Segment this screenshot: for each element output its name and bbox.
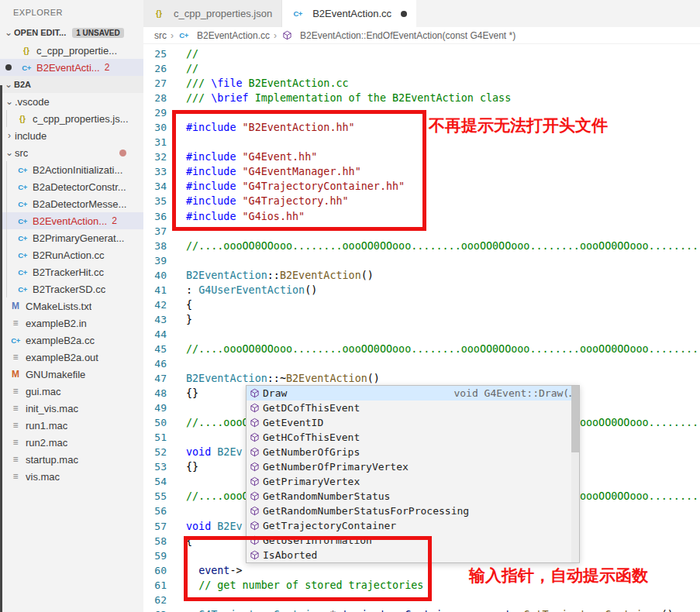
line-number[interactable]: 63 [143, 607, 167, 612]
code-line-25[interactable]: 25// [143, 46, 700, 61]
code-line-46[interactable]: 46 [143, 356, 700, 371]
line-number[interactable]: 58 [143, 534, 167, 548]
code-line-32[interactable]: 32#include "G4Event.hh" [143, 150, 700, 164]
line-number[interactable]: 29 [143, 105, 167, 120]
code-line-39[interactable]: 39 [143, 253, 700, 268]
line-number[interactable]: 46 [143, 356, 167, 371]
code-line-44[interactable]: 44 [143, 327, 700, 342]
line-number[interactable]: 25 [143, 46, 167, 61]
suggest-item-getdcofthisevent[interactable]: GetDCofThisEvent [247, 401, 579, 415]
tree-item-exampleb2a-out[interactable]: ≡exampleB2a.out [0, 349, 143, 366]
line-number[interactable]: 53 [143, 459, 167, 474]
tree-item-b2runaction-cc[interactable]: C+B2RunAction.cc [0, 246, 143, 263]
suggest-item-getrandomnumberstatusforprocessing[interactable]: GetRandomNumberStatusForProcessing [247, 504, 579, 518]
suggest-item-geteventid[interactable]: GetEventID [247, 415, 579, 430]
tree-item-b2actioninitializati[interactable]: C+B2ActionInitializati... [0, 161, 143, 178]
tree-item-init-vis-mac[interactable]: ≡init_vis.mac [0, 400, 143, 417]
line-number[interactable]: 45 [143, 342, 167, 356]
code-line-29[interactable]: 29 [143, 105, 700, 120]
line-number[interactable]: 51 [143, 430, 167, 445]
line-number[interactable]: 38 [143, 239, 167, 253]
code-line-38[interactable]: 38//....oooOO0OOooo........oooOO0OOooo..… [143, 239, 700, 253]
line-number[interactable]: 28 [143, 91, 167, 105]
line-number[interactable]: 47 [143, 371, 167, 386]
tree-item-b2primarygenerat[interactable]: C+B2PrimaryGenerat... [0, 229, 143, 246]
line-number[interactable]: 41 [143, 283, 167, 297]
line-number[interactable]: 42 [143, 297, 167, 312]
workspace-section-header[interactable]: ⌄ B2A [0, 76, 143, 93]
breadcrumb-item-symbol[interactable]: B2EventAction::EndOfEventAction(const G4… [281, 30, 516, 41]
popup-scrollbar-thumb[interactable] [571, 386, 579, 452]
line-number[interactable]: 30 [143, 120, 167, 135]
code-line-47[interactable]: 47B2EventAction::~B2EventAction() [143, 371, 700, 386]
line-number[interactable]: 48 [143, 386, 167, 401]
tab-b2eventaction-cc[interactable]: C+ B2EventAction.cc [282, 0, 416, 27]
line-number[interactable]: 36 [143, 209, 167, 224]
tree-item-b2adetectormesse[interactable]: C+B2aDetectorMesse... [0, 195, 143, 212]
code-line-35[interactable]: 35#include "G4Trajectory.hh" [143, 194, 700, 208]
line-number[interactable]: 54 [143, 474, 167, 489]
suggest-item-gettrajectorycontainer[interactable]: GetTrajectoryContainer [247, 518, 579, 533]
popup-scrollbar[interactable] [571, 386, 579, 562]
line-number[interactable]: 62 [143, 593, 167, 607]
line-number[interactable]: 49 [143, 401, 167, 415]
open-editor-item-c-cpp-properties[interactable]: {} c_cpp_propertie... [0, 42, 143, 59]
line-number[interactable]: 34 [143, 179, 167, 194]
line-number[interactable]: 35 [143, 194, 167, 208]
code-line-30[interactable]: 30#include "B2EventAction.hh" [143, 120, 700, 135]
tree-item-cmakelists-txt[interactable]: MCMakeLists.txt [0, 297, 143, 315]
line-number[interactable]: 61 [143, 578, 167, 593]
code-line-45[interactable]: 45//....oooOO0OOooo........oooOO0OOooo..… [143, 342, 700, 356]
suggest-item-getrandomnumberstatus[interactable]: GetRandomNumberStatus [247, 489, 579, 504]
line-number[interactable]: 52 [143, 445, 167, 459]
line-number[interactable]: 43 [143, 312, 167, 327]
tree-item-run2-mac[interactable]: ≡run2.mac [0, 434, 143, 451]
code-line-41[interactable]: 41: G4UserEventAction() [143, 283, 700, 297]
suggest-item-draw[interactable]: Drawvoid G4Event::Draw(… [247, 386, 579, 401]
code-line-62[interactable]: 62 [143, 593, 700, 607]
tree-item-include[interactable]: ›include [0, 127, 143, 144]
line-number[interactable]: 60 [143, 563, 167, 578]
tree-item-c-cpp-properties-js[interactable]: {}c_cpp_properties.js... [0, 110, 143, 127]
line-number[interactable]: 33 [143, 164, 167, 179]
line-number[interactable]: 55 [143, 489, 167, 504]
breadcrumb-item-file[interactable]: C+ B2EventAction.cc [178, 30, 270, 41]
code-line-43[interactable]: 43} [143, 312, 700, 327]
tree-item-startup-mac[interactable]: ≡startup.mac [0, 451, 143, 468]
code-line-33[interactable]: 33#include "G4EventManager.hh" [143, 164, 700, 179]
breadcrumb-item-src[interactable]: src [154, 30, 167, 41]
unsaved-dot-icon[interactable] [401, 11, 407, 17]
tree-item-vscode[interactable]: ⌄.vscode [0, 93, 143, 110]
code-line-26[interactable]: 26// [143, 61, 700, 76]
tree-item-vis-mac[interactable]: ≡vis.mac [0, 468, 143, 485]
line-number[interactable]: 31 [143, 135, 167, 150]
line-number[interactable]: 37 [143, 224, 167, 239]
tree-item-b2trackersd-cc[interactable]: C+B2TrackerSD.cc [0, 280, 143, 297]
code-line-42[interactable]: 42{ [143, 297, 700, 312]
suggest-item-getnumberofgrips[interactable]: GetNumberOfGrips [247, 445, 579, 459]
code-line-63[interactable]: 63 G4TrajectoryContainer* trajectoryCont… [143, 607, 700, 612]
tree-item-b2adetectorconstr[interactable]: C+B2aDetectorConstr... [0, 178, 143, 195]
suggest-item-getprimaryvertex[interactable]: GetPrimaryVertex [247, 474, 579, 489]
line-number[interactable]: 27 [143, 76, 167, 91]
line-number[interactable]: 44 [143, 327, 167, 342]
code-line-27[interactable]: 27/// \file B2EventAction.cc [143, 76, 700, 91]
tree-item-exampleb2-in[interactable]: ≡exampleB2.in [0, 315, 143, 332]
open-editor-item-b2eventaction[interactable]: C+ B2EventActi... 2 [0, 59, 143, 76]
tree-item-exampleb2a-cc[interactable]: C+exampleB2a.cc [0, 332, 143, 349]
line-number[interactable]: 59 [143, 548, 167, 563]
suggest-item-gethcofthisevent[interactable]: GetHCofThisEvent [247, 430, 579, 445]
code-line-40[interactable]: 40B2EventAction::B2EventAction() [143, 268, 700, 283]
line-number[interactable]: 56 [143, 504, 167, 518]
tree-item-src[interactable]: ⌄src [0, 144, 143, 161]
line-number[interactable]: 39 [143, 253, 167, 268]
tree-item-gnumakefile[interactable]: MGNUmakefile [0, 366, 143, 383]
code-line-31[interactable]: 31 [143, 135, 700, 150]
tab-c-cpp-properties-json[interactable]: {} c_cpp_properties.json [143, 0, 282, 27]
tree-item-gui-mac[interactable]: ≡gui.mac [0, 383, 143, 400]
suggest-item-getnumberofprimaryvertex[interactable]: GetNumberOfPrimaryVertex [247, 459, 579, 474]
suggest-item-isaborted[interactable]: IsAborted [247, 548, 579, 562]
line-number[interactable]: 57 [143, 519, 167, 534]
tree-item-run1-mac[interactable]: ≡run1.mac [0, 417, 143, 434]
line-number[interactable]: 50 [143, 415, 167, 430]
